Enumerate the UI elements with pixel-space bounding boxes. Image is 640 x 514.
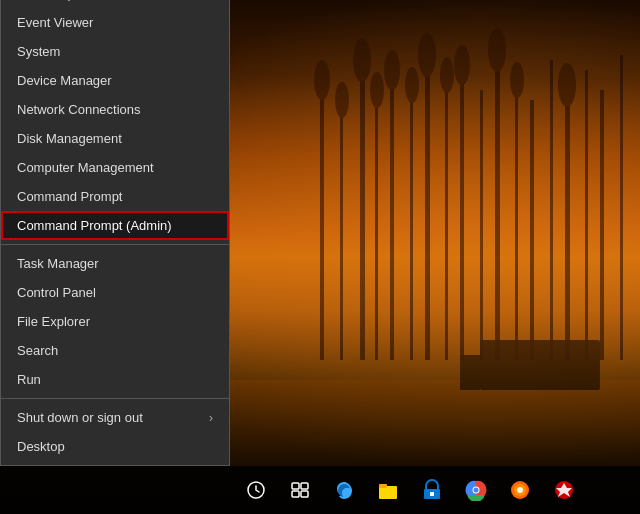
svg-point-26 bbox=[440, 57, 454, 93]
svg-rect-8 bbox=[445, 75, 448, 360]
menu-item-run[interactable]: Run bbox=[1, 365, 229, 394]
menu-item-file-explorer[interactable]: File Explorer bbox=[1, 307, 229, 336]
desktop: Programs and FeaturesMobility CenterPowe… bbox=[0, 0, 640, 514]
svg-rect-16 bbox=[585, 70, 588, 360]
menu-item-label: Event Viewer bbox=[17, 15, 93, 30]
taskbar bbox=[0, 466, 640, 514]
menu-item-label: Power Options bbox=[17, 0, 102, 1]
svg-rect-32 bbox=[460, 355, 480, 390]
menu-item-power-options[interactable]: Power Options bbox=[1, 0, 229, 8]
menu-item-label: Disk Management bbox=[17, 131, 122, 146]
menu-item-computer-management[interactable]: Computer Management bbox=[1, 153, 229, 182]
svg-rect-15 bbox=[565, 85, 570, 360]
menu-item-label: Network Connections bbox=[17, 102, 141, 117]
svg-point-27 bbox=[454, 45, 470, 85]
svg-rect-37 bbox=[301, 491, 308, 497]
file-explorer-taskbar-icon[interactable] bbox=[368, 470, 408, 510]
menu-item-label: Search bbox=[17, 343, 58, 358]
menu-item-device-manager[interactable]: Device Manager bbox=[1, 66, 229, 95]
svg-point-24 bbox=[405, 67, 419, 103]
menu-item-search[interactable]: Search bbox=[1, 336, 229, 365]
menu-item-label: Run bbox=[17, 372, 41, 387]
menu-item-label: Command Prompt bbox=[17, 189, 122, 204]
svg-rect-4 bbox=[375, 90, 378, 360]
svg-point-29 bbox=[510, 62, 524, 98]
menu-item-label: Device Manager bbox=[17, 73, 112, 88]
menu-item-network-connections[interactable]: Network Connections bbox=[1, 95, 229, 124]
svg-rect-6 bbox=[410, 85, 413, 360]
svg-point-21 bbox=[353, 38, 371, 82]
svg-rect-10 bbox=[480, 90, 483, 360]
svg-rect-9 bbox=[460, 65, 464, 360]
svg-rect-7 bbox=[425, 55, 430, 360]
menu-item-task-manager[interactable]: Task Manager bbox=[1, 249, 229, 278]
menu-separator bbox=[1, 398, 229, 399]
svg-point-47 bbox=[517, 487, 523, 493]
svg-rect-39 bbox=[379, 484, 387, 488]
svg-rect-11 bbox=[495, 50, 500, 360]
menu-item-command-prompt-admin[interactable]: Command Prompt (Admin) bbox=[1, 211, 229, 240]
menu-item-shut-down-sign-out[interactable]: Shut down or sign out› bbox=[1, 403, 229, 432]
menu-item-label: Shut down or sign out bbox=[17, 410, 143, 425]
chrome-icon[interactable] bbox=[456, 470, 496, 510]
svg-point-20 bbox=[335, 82, 349, 118]
cortana-icon[interactable] bbox=[236, 470, 276, 510]
svg-rect-35 bbox=[301, 483, 308, 489]
taskbar-icons-area bbox=[234, 470, 586, 510]
svg-rect-1 bbox=[320, 80, 324, 360]
svg-rect-5 bbox=[390, 70, 394, 360]
svg-rect-17 bbox=[600, 90, 604, 360]
svg-rect-12 bbox=[515, 80, 518, 360]
menu-item-system[interactable]: System bbox=[1, 37, 229, 66]
svg-point-25 bbox=[418, 33, 436, 77]
submenu-arrow-icon: › bbox=[209, 411, 213, 425]
svg-point-19 bbox=[314, 60, 330, 100]
svg-rect-14 bbox=[550, 60, 553, 360]
svg-rect-31 bbox=[480, 340, 600, 390]
svg-rect-13 bbox=[530, 100, 534, 360]
svg-point-44 bbox=[474, 488, 479, 493]
unknown-icon-1[interactable] bbox=[500, 470, 540, 510]
menu-item-desktop[interactable]: Desktop bbox=[1, 432, 229, 461]
menu-item-command-prompt[interactable]: Command Prompt bbox=[1, 182, 229, 211]
menu-item-disk-management[interactable]: Disk Management bbox=[1, 124, 229, 153]
svg-rect-18 bbox=[620, 55, 623, 360]
svg-rect-36 bbox=[292, 491, 299, 497]
svg-point-22 bbox=[370, 72, 384, 108]
svg-rect-2 bbox=[340, 100, 343, 360]
edge-icon[interactable] bbox=[324, 470, 364, 510]
svg-point-28 bbox=[488, 28, 506, 72]
menu-item-control-panel[interactable]: Control Panel bbox=[1, 278, 229, 307]
unknown-icon-2[interactable] bbox=[544, 470, 584, 510]
store-icon[interactable] bbox=[412, 470, 452, 510]
menu-separator bbox=[1, 244, 229, 245]
menu-item-label: File Explorer bbox=[17, 314, 90, 329]
svg-point-30 bbox=[558, 63, 576, 107]
menu-item-label: Desktop bbox=[17, 439, 65, 454]
context-menu: Programs and FeaturesMobility CenterPowe… bbox=[0, 0, 230, 466]
task-view-icon[interactable] bbox=[280, 470, 320, 510]
svg-rect-41 bbox=[430, 492, 434, 496]
menu-item-label: Computer Management bbox=[17, 160, 154, 175]
svg-rect-34 bbox=[292, 483, 299, 489]
menu-item-label: Task Manager bbox=[17, 256, 99, 271]
svg-rect-3 bbox=[360, 60, 365, 360]
menu-item-event-viewer[interactable]: Event Viewer bbox=[1, 8, 229, 37]
menu-item-label: Control Panel bbox=[17, 285, 96, 300]
svg-point-23 bbox=[384, 50, 400, 90]
menu-item-label: Command Prompt (Admin) bbox=[17, 218, 172, 233]
menu-item-label: System bbox=[17, 44, 60, 59]
